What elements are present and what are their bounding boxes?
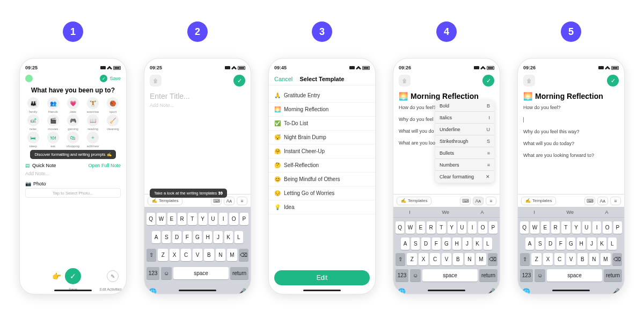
globe-icon[interactable]: 🌐 — [522, 288, 530, 294]
done-button[interactable]: ✓ — [482, 75, 494, 87]
key-U[interactable]: U — [458, 221, 466, 234]
format-option-clear-formatting[interactable]: Clear formatting✕ — [435, 171, 494, 183]
suggestion[interactable]: I — [533, 210, 535, 215]
key-W[interactable]: W — [530, 221, 539, 234]
emoji-key[interactable]: ☺ — [535, 269, 545, 282]
key-P[interactable]: P — [489, 221, 497, 234]
formatting-tooltip[interactable]: Discover formatting and writing prompts … — [30, 150, 115, 159]
format-button[interactable]: Aᴀ — [597, 197, 608, 205]
key-C[interactable]: C — [181, 249, 191, 261]
key-G[interactable]: G — [193, 231, 202, 243]
key-V[interactable]: V — [566, 253, 576, 265]
trash-icon[interactable]: 🗑 — [399, 75, 411, 87]
key-A[interactable]: A — [525, 237, 534, 250]
key-M[interactable]: M — [476, 253, 486, 265]
list-icon[interactable]: ≡ — [486, 197, 496, 205]
keyboard-suggestions[interactable]: IWeA — [518, 207, 624, 218]
template-row[interactable]: 😊Being Mindful of Others — [269, 172, 375, 186]
key-A[interactable]: A — [401, 237, 409, 250]
template-row[interactable]: 😴Night Brain Dump — [269, 131, 375, 145]
key-backspace[interactable]: ⌫ — [239, 249, 248, 261]
key-N[interactable]: N — [589, 253, 599, 265]
key-M[interactable]: M — [601, 253, 610, 265]
key-B[interactable]: B — [453, 253, 463, 265]
key-Z[interactable]: Z — [407, 253, 416, 265]
activity-sleep[interactable]: 🛏sleep — [23, 132, 43, 148]
key-E[interactable]: E — [541, 221, 550, 234]
prompt-line[interactable]: How do you feel? — [523, 105, 619, 110]
format-option-italics[interactable]: ItalicsI — [435, 112, 494, 124]
key-E[interactable]: E — [416, 221, 425, 234]
key-I[interactable]: I — [468, 221, 477, 234]
key-123[interactable]: 123 — [396, 269, 408, 282]
activity-shopping[interactable]: 🛍shopping — [63, 132, 83, 148]
space-key[interactable]: space — [547, 269, 602, 282]
key-J[interactable]: J — [214, 231, 222, 243]
suggestion[interactable]: A — [605, 210, 609, 215]
templates-tooltip[interactable]: Take a look at the writing templates 👀 — [150, 189, 227, 198]
key-U[interactable]: U — [582, 221, 591, 234]
format-option-underline[interactable]: UnderlineU — [435, 124, 494, 135]
key-E[interactable]: E — [167, 213, 176, 225]
trash-icon[interactable]: 🗑 — [523, 75, 535, 87]
add-note-field[interactable]: Add Note... — [20, 170, 126, 179]
list-icon[interactable]: ≡ — [237, 197, 247, 205]
trash-icon[interactable]: 🗑 — [150, 75, 162, 87]
key-shift[interactable]: ⇧ — [147, 249, 156, 261]
key-O[interactable]: O — [478, 221, 487, 234]
key-Y[interactable]: Y — [572, 221, 581, 234]
edit-activities-fab[interactable]: ✎ — [107, 270, 119, 282]
key-G[interactable]: G — [442, 237, 451, 250]
template-row[interactable]: 🤗Instant Cheer-Up — [269, 145, 375, 158]
list-icon[interactable]: ≡ — [610, 197, 621, 205]
key-A[interactable]: A — [152, 231, 160, 243]
key-F[interactable]: F — [432, 237, 441, 250]
activity-exercise[interactable]: 🏋exercise — [83, 97, 103, 113]
return-key[interactable]: return — [604, 269, 622, 282]
key-Y[interactable]: Y — [448, 221, 456, 234]
key-K[interactable]: K — [473, 237, 482, 250]
key-V[interactable]: V — [442, 253, 451, 265]
key-L[interactable]: L — [484, 237, 492, 250]
globe-icon[interactable]: 🌐 — [398, 288, 406, 294]
key-H[interactable]: H — [452, 237, 461, 250]
mic-icon[interactable]: 🎤 — [487, 288, 495, 294]
key-K[interactable]: K — [598, 237, 606, 250]
key-S[interactable]: S — [411, 237, 420, 250]
key-J[interactable]: J — [587, 237, 596, 250]
prompt-line[interactable]: What will you do today? — [523, 141, 619, 146]
key-S[interactable]: S — [536, 237, 544, 250]
key-I[interactable]: I — [592, 221, 601, 234]
open-full-note-link[interactable]: Open Full Note — [88, 163, 121, 168]
key-T[interactable]: T — [437, 221, 445, 234]
space-key[interactable]: space — [173, 267, 229, 279]
key-T[interactable]: T — [561, 221, 570, 234]
format-option-bold[interactable]: BoldB — [435, 100, 494, 112]
key-X[interactable]: X — [170, 249, 179, 261]
globe-icon[interactable]: 🌐 — [149, 288, 157, 294]
template-row[interactable]: 🙏Gratitude Entry — [269, 89, 375, 103]
format-option-numbers[interactable]: Numbers≡ — [435, 159, 494, 171]
key-P[interactable]: P — [613, 221, 622, 234]
mic-icon[interactable]: 🎤 — [238, 288, 246, 294]
key-Z[interactable]: Z — [531, 253, 541, 265]
suggestion[interactable]: I — [409, 210, 411, 215]
activity-gaming[interactable]: 🎮gaming — [63, 114, 83, 131]
activity-family[interactable]: 👪family — [23, 97, 43, 113]
format-option-bullets[interactable]: Bullets≡ — [435, 147, 494, 159]
template-row[interactable]: 🌅Morning Reflection — [269, 103, 375, 117]
activity-eat[interactable]: 🍽eat — [43, 132, 63, 148]
template-row[interactable]: ✅To-Do List — [269, 117, 375, 131]
key-I[interactable]: I — [219, 213, 228, 225]
key-O[interactable]: O — [603, 221, 611, 234]
key-shift[interactable]: ⇧ — [520, 253, 530, 265]
save-link[interactable]: Save — [109, 76, 121, 81]
key-O[interactable]: O — [229, 213, 238, 225]
space-key[interactable]: space — [422, 269, 478, 282]
format-button[interactable]: Aᴀ — [473, 197, 484, 205]
key-F[interactable]: F — [183, 231, 192, 243]
suggestion[interactable]: We — [442, 210, 449, 215]
format-option-strikethrough[interactable]: StrikethroughS — [435, 135, 494, 147]
return-key[interactable]: return — [479, 269, 497, 282]
note-title[interactable]: 🌅Morning Reflection — [523, 92, 619, 100]
